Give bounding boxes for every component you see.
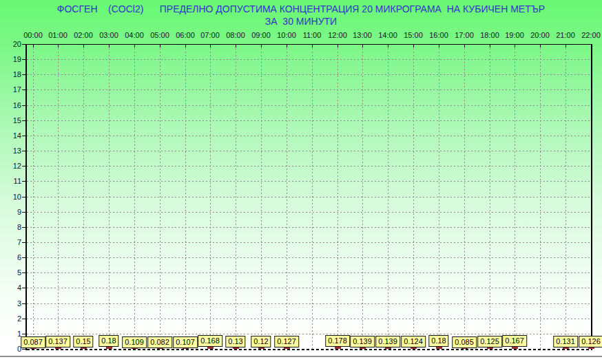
y-axis-label: 1 xyxy=(2,330,21,338)
y-axis-line xyxy=(25,44,27,350)
x-axis-label: 17:00 xyxy=(450,31,479,39)
value-box: 0.107 xyxy=(173,336,198,348)
y-axis-label: 13 xyxy=(2,147,21,155)
y-axis-label: 11 xyxy=(2,177,21,185)
value-box: 0.082 xyxy=(147,336,172,348)
value-box: 0.178 xyxy=(325,335,350,347)
y-grid-line xyxy=(27,319,591,319)
y-grid-line xyxy=(27,272,591,273)
value-box: 0.15 xyxy=(73,336,93,347)
value-box: 0.124 xyxy=(401,336,426,347)
value-box: 0.139 xyxy=(375,336,400,347)
x-axis-label: 10:00 xyxy=(272,31,301,39)
x-axis-label: 15:00 xyxy=(399,31,428,39)
x-axis-label: 09:00 xyxy=(247,31,276,39)
x-axis-label: 14:00 xyxy=(373,31,402,39)
y-grid-line xyxy=(27,59,591,60)
y-grid-line xyxy=(27,151,591,151)
value-box: 0.131 xyxy=(553,336,578,347)
y-grid-line xyxy=(27,105,591,106)
y-grid-line xyxy=(27,212,591,213)
y-axis-label: 20 xyxy=(2,40,21,48)
value-box: 0.087 xyxy=(21,336,45,348)
y-axis-label: 2 xyxy=(2,314,21,323)
x-axis-label: 08:00 xyxy=(221,31,250,39)
x-axis-label: 13:00 xyxy=(348,31,377,39)
chart-title-line2: ЗА 30 МИНУТИ xyxy=(0,15,602,28)
y-grid-line xyxy=(27,136,591,136)
y-axis-label: 9 xyxy=(2,208,21,216)
y-axis-label: 12 xyxy=(2,162,21,170)
y-axis-label: 17 xyxy=(2,85,21,94)
y-axis-label: 5 xyxy=(2,268,21,277)
panel-bottom-edge xyxy=(0,356,602,357)
chart-title-line1: ФОСГЕН (COCl2) ПРЕДЕЛНО ДОПУСТИМА КОНЦЕН… xyxy=(0,3,602,15)
value-box: 0.125 xyxy=(477,336,502,347)
y-axis-label: 10 xyxy=(2,193,21,201)
value-box: 0.167 xyxy=(502,335,527,347)
value-box: 0.168 xyxy=(198,335,222,347)
x-axis-label: 01:00 xyxy=(43,31,72,39)
y-grid-line xyxy=(27,197,591,197)
y-grid-line xyxy=(27,74,591,75)
x-axis-label: 21:00 xyxy=(551,31,580,39)
y-grid-line xyxy=(27,242,591,243)
y-axis-label: 7 xyxy=(2,238,21,246)
plot-top-border xyxy=(25,44,592,45)
value-box: 0.18 xyxy=(428,335,448,347)
value-box: 0.126 xyxy=(579,336,602,347)
y-axis-label: 14 xyxy=(2,131,21,140)
value-box: 0.137 xyxy=(45,336,70,347)
y-grid-line xyxy=(27,89,591,90)
plot-right-border xyxy=(591,44,592,350)
x-axis-label: 19:00 xyxy=(500,31,529,39)
y-axis-label: 0 xyxy=(2,345,21,353)
chart-title: ФОСГЕН (COCl2) ПРЕДЕЛНО ДОПУСТИМА КОНЦЕН… xyxy=(0,3,602,28)
value-box: 0.12 xyxy=(251,336,271,347)
chart-panel: ФОСГЕН (COCl2) ПРЕДЕЛНО ДОПУСТИМА КОНЦЕН… xyxy=(0,0,602,356)
x-axis-label: 02:00 xyxy=(69,31,98,39)
y-grid-line xyxy=(27,334,591,334)
y-grid-line xyxy=(27,257,591,258)
y-grid-line xyxy=(27,181,591,182)
value-box: 0.13 xyxy=(225,336,245,347)
x-axis-label: 04:00 xyxy=(120,31,149,39)
y-axis-label: 6 xyxy=(2,253,21,261)
y-grid-line xyxy=(27,288,591,288)
y-grid-line xyxy=(27,166,591,167)
value-box: 0.127 xyxy=(274,336,299,347)
y-grid-line xyxy=(27,303,591,304)
x-axis-label: 20:00 xyxy=(526,31,554,39)
value-box: 0.085 xyxy=(452,336,477,348)
y-axis-label: 16 xyxy=(2,101,21,109)
value-box: 0.139 xyxy=(350,336,375,347)
y-axis-label: 4 xyxy=(2,283,21,292)
y-axis-label: 18 xyxy=(2,70,21,78)
value-box: 0.18 xyxy=(98,335,118,347)
x-axis-label: 07:00 xyxy=(196,31,225,39)
y-axis-label: 15 xyxy=(2,116,21,125)
y-grid-line xyxy=(27,120,591,121)
x-axis-label: 22:00 xyxy=(577,31,602,39)
x-axis-label: 11:00 xyxy=(298,31,326,39)
x-axis-label: 05:00 xyxy=(145,31,174,39)
y-axis-label: 19 xyxy=(2,55,21,63)
y-axis-label: 3 xyxy=(2,299,21,308)
value-box: 0.109 xyxy=(122,336,147,348)
phosgene-concentration-monitor: ФОСГЕН (COCl2) ПРЕДЕЛНО ДОПУСТИМА КОНЦЕН… xyxy=(0,0,602,364)
y-grid-line xyxy=(27,227,591,228)
x-axis-label: 03:00 xyxy=(94,31,123,39)
y-axis-label: 8 xyxy=(2,223,21,231)
x-axis-line xyxy=(27,349,592,350)
x-axis-label: 16:00 xyxy=(424,31,453,39)
